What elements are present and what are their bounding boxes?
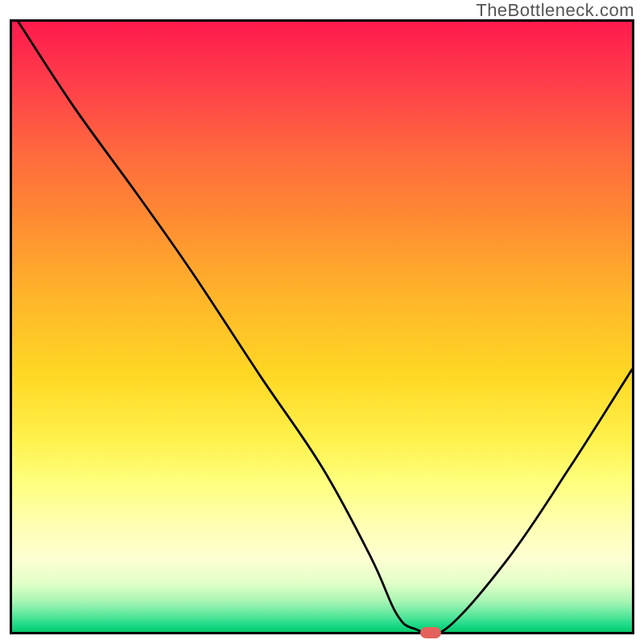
minimum-marker — [420, 627, 441, 638]
watermark-text: TheBottleneck.com — [476, 0, 634, 21]
bottleneck-curve — [12, 22, 632, 632]
chart-frame — [10, 19, 634, 634]
